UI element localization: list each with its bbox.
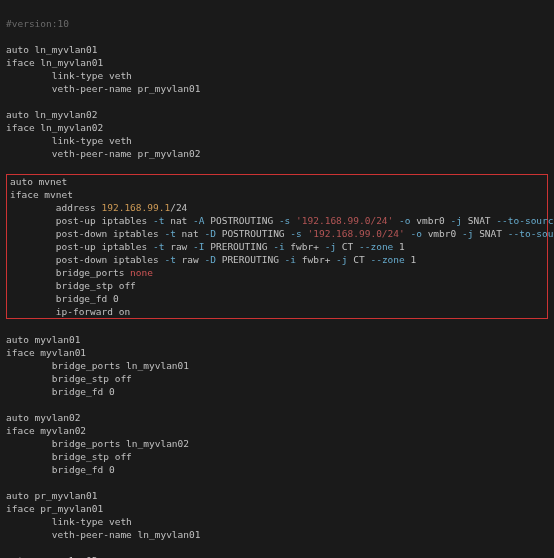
myvlan02-stp: bridge_stp off [6, 451, 132, 462]
myvlan01-stp: bridge_stp off [6, 373, 132, 384]
mvnet-block: auto mvnet iface mvnet address 192.168.9… [6, 174, 548, 319]
ln-myvlan02-peer: veth-peer-name pr_myvlan02 [6, 148, 200, 159]
mvnet-iface: iface mvnet [10, 189, 73, 200]
mvnet-bridge-fd: bridge_fd 0 [10, 293, 119, 304]
myvlan02-ports: bridge_ports ln_myvlan02 [6, 438, 189, 449]
mvnet-addr: address 192.168.99.1/24 [10, 202, 187, 213]
pr-myvlan01-iface: iface pr_myvlan01 [6, 503, 103, 514]
ln-myvlan01-link: link-type veth [6, 70, 132, 81]
pr-myvlan01-auto: auto pr_myvlan01 [6, 490, 98, 501]
ln-myvlan01-auto: auto ln_myvlan01 [6, 44, 98, 55]
version-comment: #version:10 [6, 18, 69, 29]
mvnet-auto: auto mvnet [10, 176, 67, 187]
myvlan02-fd: bridge_fd 0 [6, 464, 115, 475]
ln-myvlan02-iface: iface ln_myvlan02 [6, 122, 103, 133]
myvlan01-iface: iface myvlan01 [6, 347, 86, 358]
pr-myvlan01-link: link-type veth [6, 516, 132, 527]
mvnet-postup-nat: post-up iptables -t nat -A POSTROUTING -… [10, 215, 554, 226]
ln-myvlan01-iface: iface ln_myvlan01 [6, 57, 103, 68]
mvnet-bridge-ports: bridge_ports none [10, 267, 153, 278]
config-editor[interactable]: #version:10 auto ln_myvlan01 iface ln_my… [0, 0, 554, 558]
mvnet-bridge-stp: bridge_stp off [10, 280, 136, 291]
mvnet-postdown-raw: post-down iptables -t raw -D PREROUTING … [10, 254, 416, 265]
myvlan01-auto: auto myvlan01 [6, 334, 80, 345]
pr-myvlan01-peer: veth-peer-name ln_myvlan01 [6, 529, 200, 540]
myvlan01-ports: bridge_ports ln_myvlan01 [6, 360, 189, 371]
mvnet-ip-forward: ip-forward on [10, 306, 130, 317]
mvnet-postdown-nat: post-down iptables -t nat -D POSTROUTING… [10, 228, 554, 239]
ln-myvlan02-auto: auto ln_myvlan02 [6, 109, 98, 120]
ln-myvlan02-link: link-type veth [6, 135, 132, 146]
mvnet-postup-raw: post-up iptables -t raw -I PREROUTING -i… [10, 241, 405, 252]
ln-myvlan01-peer: veth-peer-name pr_myvlan01 [6, 83, 200, 94]
myvlan02-iface: iface myvlan02 [6, 425, 86, 436]
myvlan01-fd: bridge_fd 0 [6, 386, 115, 397]
myvlan02-auto: auto myvlan02 [6, 412, 80, 423]
